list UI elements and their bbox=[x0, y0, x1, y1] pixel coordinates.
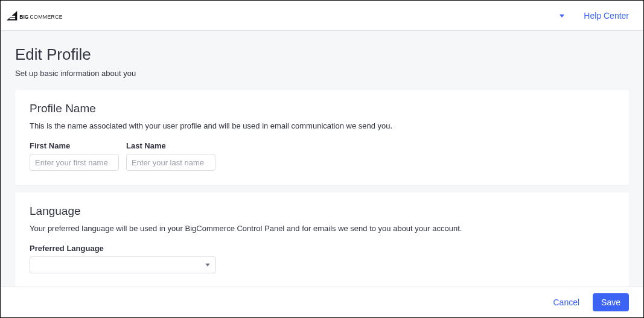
bigcommerce-logo[interactable]: BIG COMMERCE bbox=[7, 9, 73, 22]
svg-text:COMMERCE: COMMERCE bbox=[30, 13, 63, 19]
first-name-group: First Name bbox=[30, 141, 119, 171]
help-center-link[interactable]: Help Center bbox=[584, 11, 629, 21]
save-button[interactable]: Save bbox=[593, 293, 629, 311]
page-subtitle: Set up basic information about you bbox=[1, 69, 643, 90]
page-title: Edit Profile bbox=[1, 31, 643, 69]
last-name-label: Last Name bbox=[126, 141, 215, 150]
header: BIG COMMERCE Help Center bbox=[1, 1, 643, 31]
svg-rect-0 bbox=[10, 16, 15, 17]
header-right: Help Center bbox=[560, 11, 629, 21]
name-fields-row: First Name Last Name bbox=[30, 141, 614, 171]
last-name-group: Last Name bbox=[126, 141, 215, 171]
chevron-down-icon bbox=[560, 14, 564, 18]
language-description: Your preferred language will be used in … bbox=[30, 224, 614, 233]
preferred-language-select-wrap bbox=[30, 256, 216, 273]
content: Edit Profile Set up basic information ab… bbox=[1, 31, 643, 287]
footer: Cancel Save bbox=[1, 287, 643, 317]
language-card: Language Your preferred language will be… bbox=[15, 192, 629, 287]
first-name-input[interactable] bbox=[30, 154, 119, 171]
language-title: Language bbox=[30, 205, 614, 218]
account-dropdown[interactable] bbox=[560, 11, 564, 20]
preferred-language-label: Preferred Language bbox=[30, 244, 614, 253]
preferred-language-group: Preferred Language bbox=[30, 244, 614, 273]
preferred-language-select[interactable] bbox=[30, 256, 216, 273]
first-name-label: First Name bbox=[30, 141, 119, 150]
last-name-input[interactable] bbox=[126, 154, 215, 171]
profile-name-description: This is the name associated with your us… bbox=[30, 121, 614, 130]
svg-text:BIG: BIG bbox=[19, 13, 29, 19]
cancel-button[interactable]: Cancel bbox=[544, 293, 588, 311]
profile-name-title: Profile Name bbox=[30, 102, 614, 115]
profile-name-card: Profile Name This is the name associated… bbox=[15, 90, 629, 185]
svg-rect-1 bbox=[10, 17, 15, 19]
